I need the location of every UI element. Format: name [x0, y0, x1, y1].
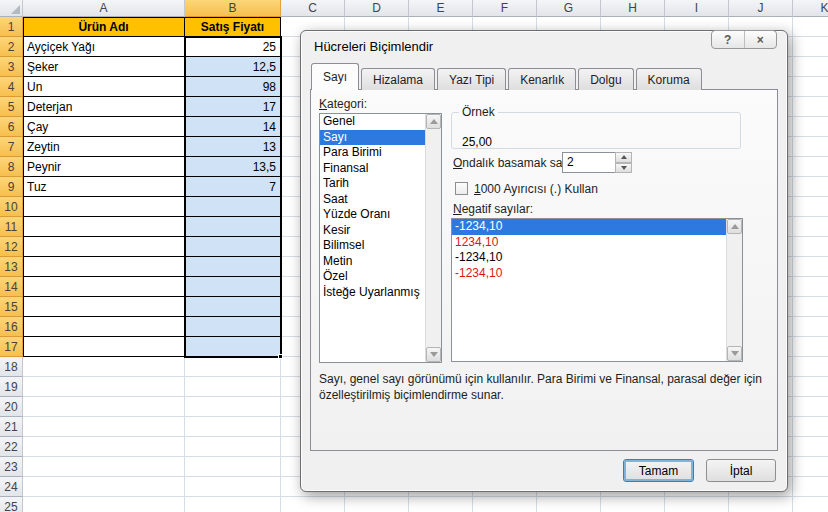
cell-K25[interactable] [793, 497, 828, 512]
column-header-B[interactable]: B [185, 0, 281, 17]
scroll-down-icon[interactable] [426, 347, 441, 362]
cell-H25[interactable] [601, 497, 665, 512]
spinner-up-icon[interactable] [615, 152, 632, 163]
column-header-I[interactable]: I [665, 0, 729, 17]
negative-format-item[interactable]: -1234,10 [452, 219, 726, 235]
category-item[interactable]: Bilimsel [320, 238, 425, 254]
category-item[interactable]: Özel [320, 269, 425, 285]
row-header-3[interactable]: 3 [0, 57, 23, 77]
row-header-18[interactable]: 18 [0, 357, 23, 377]
cell-K22[interactable] [793, 437, 828, 457]
help-icon[interactable]: ? [712, 31, 745, 48]
cell-I25[interactable] [665, 497, 729, 512]
row-header-13[interactable]: 13 [0, 257, 23, 277]
cell-B16[interactable] [185, 317, 281, 337]
category-listbox[interactable]: GenelSayıPara BirimiFinansalTarihSaatYüz… [319, 113, 442, 363]
cell-B14[interactable] [185, 277, 281, 297]
cell-K10[interactable] [793, 197, 828, 217]
row-header-11[interactable]: 11 [0, 217, 23, 237]
cell-K8[interactable] [793, 157, 828, 177]
cell-B24[interactable] [185, 477, 281, 497]
negative-format-item[interactable]: 1234,10 [452, 235, 726, 251]
row-header-15[interactable]: 15 [0, 297, 23, 317]
scroll-up-icon[interactable] [727, 219, 742, 234]
cell-K23[interactable] [793, 457, 828, 477]
scroll-down-icon[interactable] [727, 346, 742, 361]
row-header-20[interactable]: 20 [0, 397, 23, 417]
cell-K14[interactable] [793, 277, 828, 297]
decimal-places-input[interactable]: 2 [562, 152, 616, 173]
tab-yazı-tipi[interactable]: Yazı Tipi [437, 68, 506, 90]
cell-K20[interactable] [793, 397, 828, 417]
cancel-button[interactable]: İptal [706, 459, 776, 482]
row-header-17[interactable]: 17 [0, 337, 23, 357]
thousands-separator-label[interactable]: 1000 Ayırıcısı (.) Kullan [474, 182, 598, 196]
cell-B10[interactable] [185, 197, 281, 217]
cell-B11[interactable] [185, 217, 281, 237]
cell-B5[interactable]: 17 [185, 97, 281, 117]
cell-A12[interactable] [23, 237, 185, 257]
cell-B22[interactable] [185, 437, 281, 457]
category-item[interactable]: Sayı [320, 130, 425, 146]
cell-G25[interactable] [537, 497, 601, 512]
cell-J25[interactable] [729, 497, 793, 512]
cell-B7[interactable]: 13 [185, 137, 281, 157]
cell-B20[interactable] [185, 397, 281, 417]
row-header-16[interactable]: 16 [0, 317, 23, 337]
negative-numbers-listbox[interactable]: -1234,101234,10-1234,10-1234,10 [451, 218, 743, 362]
row-header-5[interactable]: 5 [0, 97, 23, 117]
category-item[interactable]: Saat [320, 192, 425, 208]
cell-K24[interactable] [793, 477, 828, 497]
cell-A20[interactable] [23, 397, 185, 417]
cell-B4[interactable]: 98 [185, 77, 281, 97]
row-header-7[interactable]: 7 [0, 137, 23, 157]
cell-K9[interactable] [793, 177, 828, 197]
category-item[interactable]: Genel [320, 114, 425, 130]
cell-A22[interactable] [23, 437, 185, 457]
ok-button[interactable]: Tamam [623, 459, 694, 482]
category-scrollbar[interactable] [425, 114, 441, 362]
column-header-H[interactable]: H [601, 0, 665, 17]
tab-hizalama[interactable]: Hizalama [361, 68, 435, 90]
cell-K18[interactable] [793, 357, 828, 377]
cell-K4[interactable] [793, 77, 828, 97]
column-header-A[interactable]: A [23, 0, 185, 17]
cell-A10[interactable] [23, 197, 185, 217]
cell-K15[interactable] [793, 297, 828, 317]
negative-format-item[interactable]: -1234,10 [452, 250, 726, 266]
cell-B25[interactable] [185, 497, 281, 512]
row-header-10[interactable]: 10 [0, 197, 23, 217]
cell-A3[interactable]: Şeker [23, 57, 185, 77]
cell-K5[interactable] [793, 97, 828, 117]
cell-K21[interactable] [793, 417, 828, 437]
cell-A7[interactable]: Zeytin [23, 137, 185, 157]
cell-K13[interactable] [793, 257, 828, 277]
column-header-F[interactable]: F [473, 0, 537, 17]
category-item[interactable]: Para Birimi [320, 145, 425, 161]
category-item[interactable]: Finansal [320, 161, 425, 177]
cell-A15[interactable] [23, 297, 185, 317]
negative-format-item[interactable]: -1234,10 [452, 266, 726, 282]
row-header-22[interactable]: 22 [0, 437, 23, 457]
cell-A2[interactable]: Ayçiçek Yağı [23, 37, 185, 57]
column-header-K[interactable]: K [793, 0, 828, 17]
cell-A21[interactable] [23, 417, 185, 437]
cell-K17[interactable] [793, 337, 828, 357]
cell-A14[interactable] [23, 277, 185, 297]
spinner-down-icon[interactable] [615, 163, 632, 174]
column-header-D[interactable]: D [345, 0, 409, 17]
row-header-4[interactable]: 4 [0, 77, 23, 97]
cell-K3[interactable] [793, 57, 828, 77]
cell-A19[interactable] [23, 377, 185, 397]
tab-dolgu[interactable]: Dolgu [578, 68, 633, 90]
close-icon[interactable]: × [745, 31, 777, 48]
fill-handle[interactable] [278, 354, 283, 359]
cell-K16[interactable] [793, 317, 828, 337]
column-header-G[interactable]: G [537, 0, 601, 17]
cell-B15[interactable] [185, 297, 281, 317]
column-header-C[interactable]: C [281, 0, 345, 17]
tab-koruma[interactable]: Koruma [636, 68, 702, 90]
cell-K1[interactable] [793, 17, 828, 37]
category-item[interactable]: Tarih [320, 176, 425, 192]
cell-K2[interactable] [793, 37, 828, 57]
